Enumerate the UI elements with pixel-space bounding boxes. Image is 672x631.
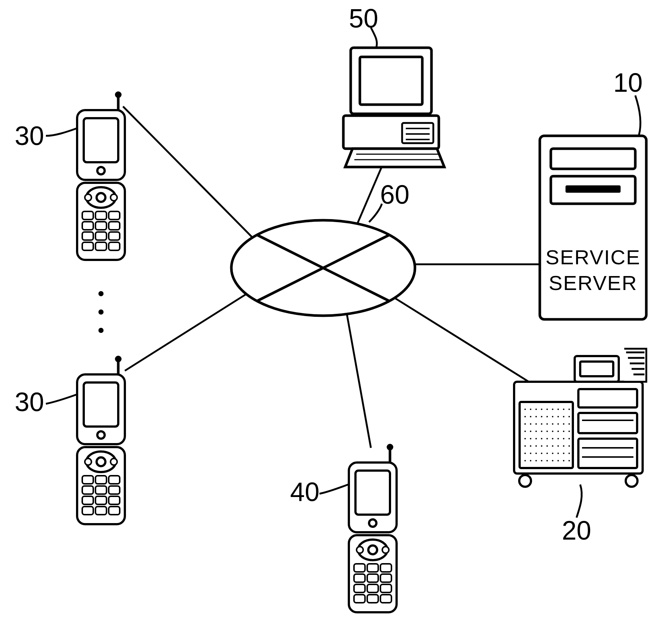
svg-rect-10 xyxy=(551,149,635,169)
svg-point-43 xyxy=(530,423,531,425)
phone-lower-icon xyxy=(77,357,125,524)
svg-rect-97 xyxy=(578,413,637,433)
svg-point-94 xyxy=(563,460,564,461)
svg-point-32 xyxy=(568,409,570,410)
svg-point-27 xyxy=(541,409,542,410)
svg-rect-96 xyxy=(578,389,637,407)
svg-line-4 xyxy=(125,283,264,371)
svg-point-68 xyxy=(568,438,570,439)
svg-point-44 xyxy=(535,423,537,425)
svg-rect-103 xyxy=(580,362,613,376)
svg-point-61 xyxy=(530,438,531,439)
svg-point-89 xyxy=(535,460,537,461)
svg-point-69 xyxy=(524,445,526,447)
svg-point-135 xyxy=(98,309,104,315)
svg-point-29 xyxy=(552,409,553,410)
svg-point-53 xyxy=(535,431,537,432)
printer-machine xyxy=(514,349,646,487)
svg-point-91 xyxy=(546,460,548,461)
ellipsis-dots xyxy=(98,291,104,333)
svg-point-46 xyxy=(546,423,548,425)
svg-rect-99 xyxy=(578,439,637,468)
label-computer: 50 xyxy=(349,4,378,33)
network-node xyxy=(231,220,415,316)
svg-point-75 xyxy=(557,445,559,447)
svg-point-47 xyxy=(552,423,553,425)
svg-point-28 xyxy=(546,409,548,410)
svg-point-79 xyxy=(530,453,531,454)
svg-line-1 xyxy=(382,290,529,382)
svg-point-65 xyxy=(552,438,553,439)
svg-rect-14 xyxy=(360,57,422,105)
svg-point-33 xyxy=(524,416,526,417)
svg-point-71 xyxy=(535,445,537,447)
svg-point-48 xyxy=(557,423,559,425)
svg-point-30 xyxy=(557,409,559,410)
svg-line-5 xyxy=(345,305,371,448)
leader-20 xyxy=(577,485,582,518)
svg-line-3 xyxy=(123,106,264,250)
svg-point-49 xyxy=(563,423,564,425)
svg-point-36 xyxy=(541,416,542,417)
svg-point-67 xyxy=(563,438,564,439)
phone-upper-icon xyxy=(77,93,125,260)
svg-point-50 xyxy=(568,423,570,425)
svg-point-84 xyxy=(557,453,559,454)
svg-point-57 xyxy=(557,431,559,432)
svg-point-95 xyxy=(568,460,570,461)
svg-point-37 xyxy=(546,416,548,417)
svg-point-60 xyxy=(524,438,526,439)
leader-30-upper xyxy=(46,128,76,136)
leader-10 xyxy=(635,95,640,135)
svg-point-82 xyxy=(546,453,548,454)
svg-point-77 xyxy=(568,445,570,447)
phone-bottom-icon xyxy=(349,445,397,612)
computer xyxy=(343,48,444,167)
svg-point-31 xyxy=(563,409,564,410)
svg-point-58 xyxy=(563,431,564,432)
label-server: 10 xyxy=(613,68,643,97)
svg-point-45 xyxy=(541,423,542,425)
svg-point-92 xyxy=(552,460,553,461)
server-text-line2: SERVER xyxy=(549,271,637,294)
leader-30-lower xyxy=(46,395,76,404)
svg-point-134 xyxy=(98,291,104,296)
server-text-line1: SERVICE xyxy=(546,246,641,269)
svg-point-110 xyxy=(519,475,531,487)
label-printer: 20 xyxy=(562,516,591,545)
svg-point-90 xyxy=(541,460,542,461)
svg-point-76 xyxy=(563,445,564,447)
svg-point-56 xyxy=(552,431,553,432)
svg-point-78 xyxy=(524,453,526,454)
svg-point-63 xyxy=(541,438,542,439)
svg-point-85 xyxy=(563,453,564,454)
label-network: 60 xyxy=(380,180,409,209)
svg-point-51 xyxy=(524,431,526,432)
svg-point-54 xyxy=(541,431,542,432)
label-phone-upper: 30 xyxy=(15,121,44,151)
svg-point-87 xyxy=(524,460,526,461)
svg-point-35 xyxy=(535,416,537,417)
svg-point-80 xyxy=(535,453,537,454)
svg-point-59 xyxy=(568,431,570,432)
svg-point-40 xyxy=(563,416,564,417)
diagram-svg: 60 SERVICE SERVER 10 50 xyxy=(0,0,672,631)
svg-point-70 xyxy=(530,445,531,447)
svg-rect-23 xyxy=(520,402,573,468)
svg-point-74 xyxy=(552,445,553,447)
svg-point-72 xyxy=(541,445,542,447)
svg-point-42 xyxy=(524,423,526,425)
svg-point-41 xyxy=(568,416,570,417)
svg-point-111 xyxy=(626,475,637,487)
label-phone-lower: 30 xyxy=(15,387,44,417)
svg-point-26 xyxy=(535,409,537,410)
leader-40 xyxy=(319,485,348,494)
svg-point-136 xyxy=(98,328,104,333)
svg-point-38 xyxy=(552,416,553,417)
svg-point-66 xyxy=(557,438,559,439)
svg-point-86 xyxy=(568,453,570,454)
svg-point-25 xyxy=(530,409,531,410)
svg-point-55 xyxy=(546,431,548,432)
svg-point-81 xyxy=(541,453,542,454)
svg-point-24 xyxy=(524,409,526,410)
